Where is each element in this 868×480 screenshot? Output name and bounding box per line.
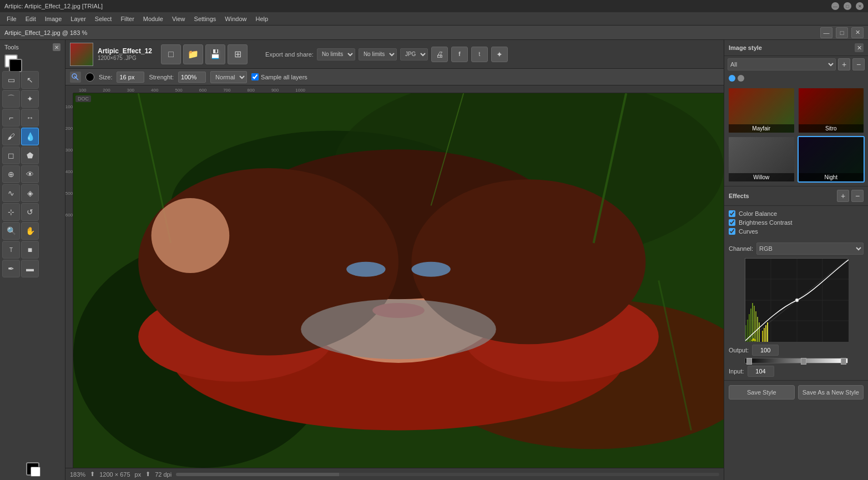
svg-rect-41: [764, 328, 765, 342]
title-bar: Artipic: Artipic_Effect_12.jpg [TRIAL] —…: [0, 0, 868, 12]
curves-gradient-slider[interactable]: [745, 358, 848, 363]
toolbar-close-button[interactable]: ✕: [53, 43, 60, 51]
zoom-out-btn[interactable]: —: [820, 27, 832, 38]
brightness-contrast-label[interactable]: Brightness Contrast: [739, 219, 793, 226]
style-sitro[interactable]: Sitro: [798, 87, 865, 134]
image-thumbnail[interactable]: [70, 43, 93, 66]
gradient-handle-right[interactable]: [841, 358, 846, 365]
canvas-scroll-area[interactable]: DOC: [73, 93, 724, 468]
sample-all-checkbox[interactable]: [251, 73, 259, 80]
menu-image[interactable]: Image: [41, 14, 67, 23]
style-night[interactable]: Night: [798, 136, 865, 183]
menu-help[interactable]: Help: [251, 14, 272, 23]
style-willow[interactable]: Willow: [728, 136, 795, 183]
add-style-button[interactable]: +: [838, 58, 850, 70]
color-balance-label[interactable]: Color Balance: [739, 210, 777, 217]
tool-row-11: ✒ ▬: [2, 260, 63, 277]
mode-select[interactable]: Normal: [210, 71, 247, 83]
input-value[interactable]: [748, 366, 774, 377]
foreground-swatch[interactable]: [26, 462, 39, 476]
style-filter-select[interactable]: All Portrait Landscape Black & White Vin…: [728, 58, 836, 70]
style-grid: Mayfair Sitro Willow Night: [724, 84, 868, 186]
zoom-in-btn[interactable]: □: [836, 27, 848, 38]
curves-label[interactable]: Curves: [739, 228, 758, 235]
select-rect-tool[interactable]: ▭: [2, 71, 20, 89]
twitter-button[interactable]: t: [471, 47, 488, 62]
gradient-tool[interactable]: ▬: [21, 260, 39, 277]
eyedropper-tool[interactable]: ⊹: [2, 203, 20, 221]
menu-filter[interactable]: Filter: [116, 14, 138, 23]
menu-settings[interactable]: Settings: [190, 14, 221, 23]
remove-effect-button[interactable]: −: [851, 190, 864, 202]
gradient-handle-mid[interactable]: [801, 358, 806, 365]
save-button[interactable]: 💾: [205, 44, 225, 64]
menu-select[interactable]: Select: [90, 14, 117, 23]
stamp-tool[interactable]: ⊕: [2, 165, 20, 183]
save-style-button[interactable]: Save Style: [729, 385, 795, 400]
no-limits-select-1[interactable]: No limits: [317, 48, 355, 60]
close-doc-btn[interactable]: ✕: [851, 27, 864, 38]
color-replace-tool[interactable]: ↺: [21, 203, 39, 221]
gradient-handle-left[interactable]: [746, 358, 752, 365]
curves-checkbox[interactable]: [729, 228, 735, 235]
style-dot-2: [738, 75, 744, 82]
transform-tool[interactable]: ↔: [21, 109, 39, 127]
canvas-image[interactable]: [73, 93, 724, 468]
output-value[interactable]: [752, 345, 779, 356]
tool-row-10: T ■: [2, 241, 63, 259]
eye-tool[interactable]: 👁: [21, 165, 39, 183]
smudge-tool[interactable]: ∿: [2, 184, 20, 202]
arrow-tool[interactable]: ↖: [21, 71, 39, 89]
sharpen-tool[interactable]: ◈: [21, 184, 39, 202]
background-color[interactable]: [9, 59, 22, 72]
size-label: Size:: [99, 74, 112, 80]
tool-row-2: ⌒ ✦: [2, 90, 63, 108]
style-mayfair[interactable]: Mayfair: [728, 87, 795, 134]
dropper-tool[interactable]: 💧: [21, 128, 39, 145]
menu-layer[interactable]: Layer: [66, 14, 90, 23]
brush-tool[interactable]: 🖌: [2, 128, 20, 145]
curves-graph[interactable]: [745, 258, 848, 341]
new-doc-button[interactable]: □: [161, 44, 181, 64]
menu-edit[interactable]: Edit: [21, 14, 41, 23]
foreground-color[interactable]: [4, 54, 18, 68]
strength-input[interactable]: [178, 72, 206, 83]
pan-tool[interactable]: ✋: [21, 222, 39, 240]
sample-all-label[interactable]: Sample all layers: [251, 73, 307, 80]
magic-wand-tool[interactable]: ✦: [21, 90, 39, 108]
filename-bar: Artipic_Effect_12.jpg @ 183 % — □ ✕: [0, 26, 868, 40]
format-select[interactable]: JPG: [400, 48, 428, 60]
share-button[interactable]: ⊞: [228, 44, 248, 64]
fill-tool[interactable]: ⬟: [21, 146, 39, 164]
channel-select[interactable]: RGB Red Green Blue: [756, 242, 864, 255]
facebook-button[interactable]: f: [451, 47, 468, 62]
close-button[interactable]: ✕: [856, 2, 864, 10]
minimize-button[interactable]: —: [831, 2, 839, 10]
crop-tool[interactable]: ⌐: [2, 109, 20, 127]
menu-file[interactable]: File: [2, 14, 21, 23]
social-button[interactable]: ✦: [491, 47, 508, 62]
print-button[interactable]: 🖨: [431, 47, 448, 62]
menu-window[interactable]: Window: [220, 14, 251, 23]
pen-tool[interactable]: ✒: [2, 260, 20, 277]
maximize-button[interactable]: □: [844, 2, 851, 10]
size-input[interactable]: [117, 72, 144, 83]
toolbar-title: Tools: [4, 44, 19, 50]
remove-style-button[interactable]: −: [852, 58, 865, 70]
image-style-close-button[interactable]: ✕: [855, 43, 864, 52]
no-limits-select-2[interactable]: No limits: [359, 48, 397, 60]
open-button[interactable]: 📁: [183, 44, 203, 64]
background-swatch[interactable]: [31, 467, 41, 477]
zoom-tool[interactable]: 🔍: [2, 222, 20, 240]
lasso-tool[interactable]: ⌒: [2, 90, 20, 108]
color-balance-checkbox[interactable]: [729, 210, 735, 217]
shape-tool[interactable]: ■: [21, 241, 39, 259]
menu-module[interactable]: Module: [139, 14, 168, 23]
menu-view[interactable]: View: [168, 14, 190, 23]
brightness-contrast-checkbox[interactable]: [729, 219, 735, 226]
ruler-row: 100 200 300 400 500 600 700 800 900 1000: [65, 85, 724, 93]
add-effect-button[interactable]: +: [837, 190, 849, 202]
eraser-tool[interactable]: ◻: [2, 146, 20, 164]
text-tool[interactable]: T: [2, 241, 20, 259]
save-as-new-button[interactable]: Save As a New Style: [798, 385, 864, 400]
